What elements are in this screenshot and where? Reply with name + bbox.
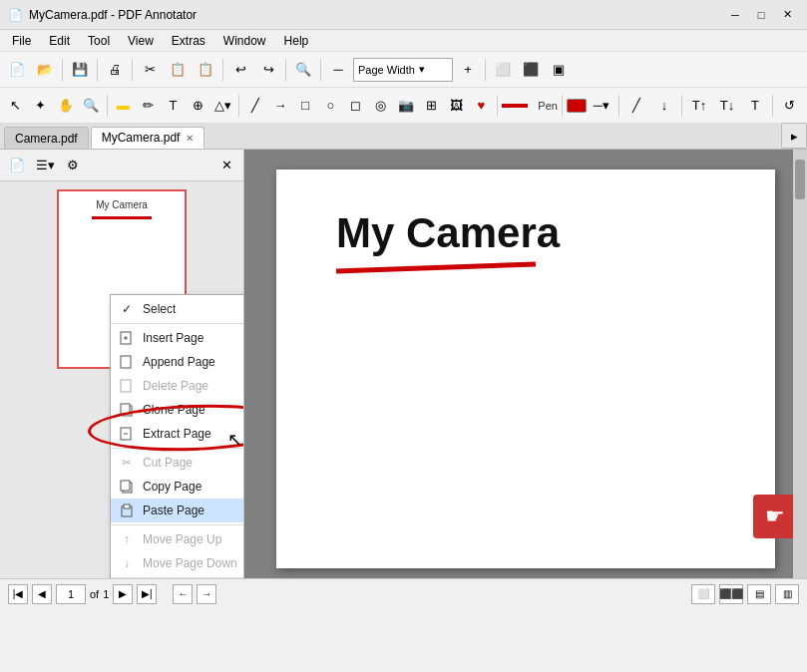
ctx-select[interactable]: ✓ Select ▶	[111, 297, 244, 321]
toolbar-sep-2	[97, 59, 98, 81]
save-button[interactable]: 💾	[67, 57, 93, 83]
panel-close-btn[interactable]: ✕	[213, 153, 239, 178]
view-btn-2[interactable]: ⬛	[518, 57, 544, 83]
pdf-content-area[interactable]: My Camera ☛	[244, 150, 807, 578]
select-tool[interactable]: ✦	[29, 93, 52, 119]
pen-tool[interactable]: ✏	[137, 93, 160, 119]
menu-help[interactable]: Help	[276, 32, 317, 50]
lasso-tool[interactable]: ◎	[369, 93, 392, 119]
zoom-dropdown[interactable]: Page Width ▾	[353, 58, 453, 82]
opacity-down-btn[interactable]: ↓	[651, 93, 677, 119]
opacity-btn[interactable]: ╱	[623, 93, 649, 119]
close-button[interactable]: ✕	[775, 5, 799, 25]
crop-tool[interactable]: ⊞	[420, 93, 443, 119]
next-page-btn[interactable]: ▶	[113, 584, 133, 604]
ctx-paste-page-label: Paste Page	[143, 504, 204, 517]
maximize-button[interactable]: □	[749, 5, 773, 25]
ctx-paste-page[interactable]: Paste Page	[111, 499, 244, 522]
panel-new-btn[interactable]: 📄	[4, 153, 30, 178]
ctx-move-up-icon: ↑	[119, 531, 135, 547]
tab-scroll-right[interactable]: ▸	[781, 123, 807, 149]
arrow-tool[interactable]: →	[268, 93, 291, 119]
eraser-tool[interactable]: ◻	[344, 93, 367, 119]
pointer-tool[interactable]: ↖	[4, 93, 27, 119]
zoom-in-button[interactable]: +	[455, 57, 481, 83]
cut-button[interactable]: ✂	[137, 57, 163, 83]
tab-mycamera-pdf[interactable]: MyCamera.pdf ✕	[91, 127, 205, 149]
first-page-btn[interactable]: |◀	[8, 584, 28, 604]
new-button[interactable]: 📄	[4, 57, 30, 83]
ctx-copy-page[interactable]: Copy Page	[111, 475, 244, 499]
ctx-append-page[interactable]: Append Page	[111, 350, 244, 374]
zoom-tool[interactable]: 🔍	[80, 93, 103, 119]
menu-tool[interactable]: Tool	[80, 32, 118, 50]
panel-settings-btn[interactable]: ⚙	[60, 153, 86, 178]
title-bar: 📄 MyCamera.pdf - PDF Annotator ─ □ ✕	[0, 0, 807, 30]
highlight-tool[interactable]: ▬	[112, 93, 135, 119]
single-page-view-btn[interactable]: ⬜	[691, 584, 715, 604]
context-menu: ✓ Select ▶ Insert Page Append Page	[110, 294, 244, 578]
ctx-clone-page[interactable]: Clone Page	[111, 398, 244, 422]
find-button[interactable]: 🔍	[290, 57, 316, 83]
ctx-move-down-icon: ↓	[119, 555, 135, 571]
line-tool[interactable]: ╱	[243, 93, 266, 119]
text-style[interactable]: T	[742, 93, 768, 119]
ctx-copy-page-label: Copy Page	[143, 480, 202, 494]
panel-dropdown-btn[interactable]: ☰▾	[32, 153, 58, 178]
heart-tool[interactable]: ♥	[470, 93, 493, 119]
rect-tool[interactable]: □	[294, 93, 317, 119]
prev-page-btn[interactable]: ◀	[32, 584, 52, 604]
current-page-input[interactable]	[56, 584, 86, 604]
menu-extras[interactable]: Extras	[164, 32, 213, 50]
pen-color-btn[interactable]	[567, 99, 587, 113]
view-btn-1[interactable]: ⬜	[490, 57, 516, 83]
copy-button[interactable]: 📋	[165, 57, 191, 83]
tab-close-icon[interactable]: ✕	[186, 133, 194, 144]
thumbnail-title: My Camera	[96, 199, 148, 210]
hand-tool-btn[interactable]: ☛	[753, 495, 797, 538]
view-btn-3[interactable]: ▣	[546, 57, 572, 83]
undo-anno[interactable]: ↺	[777, 93, 803, 119]
ctx-cut-icon: ✂	[119, 455, 135, 471]
continuous-two-view-btn[interactable]: ▥	[775, 584, 799, 604]
image-tool[interactable]: 🖼	[445, 93, 468, 119]
pdf-page-title: My Camera	[336, 209, 715, 257]
scroll-thumb[interactable]	[795, 160, 805, 199]
minimize-button[interactable]: ─	[723, 5, 747, 25]
tab-camera-pdf[interactable]: Camera.pdf	[4, 127, 89, 149]
open-button[interactable]: 📂	[32, 57, 58, 83]
scroll-tool[interactable]: ✋	[54, 93, 77, 119]
next-view-btn[interactable]: →	[197, 584, 216, 604]
stamp-tool[interactable]: ⊕	[187, 93, 209, 119]
ctx-append-page-label: Append Page	[143, 355, 215, 369]
undo-button[interactable]: ↩	[227, 57, 253, 83]
menu-view[interactable]: View	[120, 32, 162, 50]
ctx-cut-page: ✂ Cut Page	[111, 451, 244, 475]
ctx-insert-page[interactable]: Insert Page	[111, 326, 244, 350]
menu-window[interactable]: Window	[215, 32, 274, 50]
last-page-btn[interactable]: ▶|	[137, 584, 157, 604]
ctx-sep-4	[111, 577, 244, 578]
paste-button[interactable]: 📋	[193, 57, 218, 83]
continuous-view-btn[interactable]: ▤	[747, 584, 771, 604]
zoom-out-button[interactable]: ─	[325, 57, 351, 83]
menu-edit[interactable]: Edit	[41, 32, 78, 50]
view-mode-buttons: ⬜ ⬛⬛ ▤ ▥	[691, 584, 799, 604]
text-tool[interactable]: T	[162, 93, 185, 119]
prev-view-btn[interactable]: ←	[173, 584, 193, 604]
print-button[interactable]: 🖨	[102, 57, 128, 83]
menu-file[interactable]: File	[4, 32, 39, 50]
shape-dropdown[interactable]: △▾	[211, 93, 234, 119]
redo-button[interactable]: ↪	[255, 57, 281, 83]
ctx-extract-page[interactable]: Extract Page	[111, 422, 244, 446]
pen-size-btn[interactable]: ─▾	[589, 93, 614, 119]
two-page-view-btn[interactable]: ⬛⬛	[719, 584, 743, 604]
text-size-up[interactable]: T↑	[686, 93, 712, 119]
ellipse-tool[interactable]: ○	[319, 93, 342, 119]
ctx-delete-page-label: Delete Page	[143, 379, 208, 393]
total-pages-label: 1	[103, 588, 109, 600]
svg-rect-3	[121, 356, 131, 368]
vertical-scrollbar[interactable]	[793, 150, 807, 578]
text-size-dn[interactable]: T↓	[714, 93, 740, 119]
camera-tool[interactable]: 📷	[394, 93, 417, 119]
